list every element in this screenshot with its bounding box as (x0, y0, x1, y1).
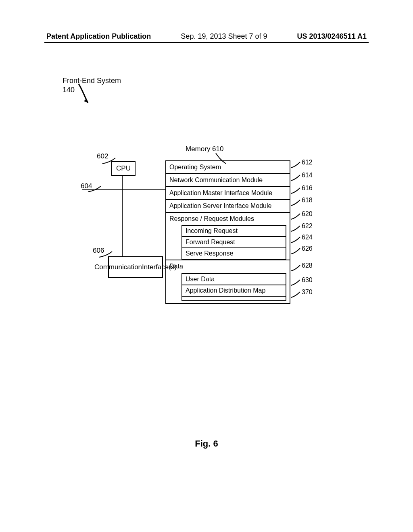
mem-sub-trailing (182, 297, 286, 301)
mem-data-sublist: User Data Application Distribution Map (181, 273, 286, 301)
mem-sub-srv: Serve Response (182, 248, 286, 260)
ref-630: 630 (302, 276, 313, 284)
mem-sub-inc-label: Incoming Request (186, 227, 238, 234)
ref-618-num: 618 (302, 197, 313, 204)
memory-block: Operating System Network Communication M… (165, 160, 290, 304)
mem-ncm-label: Network Communication Module (169, 177, 263, 183)
ref-618: 618 (302, 197, 313, 204)
ref-620: 620 (302, 210, 313, 218)
mem-sub-ud: User Data (182, 274, 286, 285)
mem-sub-adm: Application Distribution Map (182, 285, 286, 297)
mem-asim-label: Application Server Interface Module (169, 202, 271, 209)
ref-616-num: 616 (302, 185, 313, 191)
mem-sub-fwd-label: Forward Request (186, 239, 235, 245)
lead-arrow-icon (77, 81, 97, 109)
mem-row-rrm: Response / Request Modules Incoming Requ… (166, 213, 290, 260)
ref-614-num: 614 (302, 172, 313, 179)
mem-row-amim: Application Master Interface Module (166, 187, 290, 200)
ref-624-num: 624 (302, 234, 313, 241)
mem-row-asim: Application Server Interface Module (166, 200, 290, 213)
header-left: Patent Application Publication (46, 32, 151, 41)
ref-370: 370 (302, 289, 313, 296)
mem-sub-inc: Incoming Request (182, 226, 286, 237)
mem-amim-label: Application Master Interface Module (169, 189, 272, 196)
ref-624: 624 (302, 234, 313, 241)
figure-caption: Fig. 6 (0, 438, 413, 449)
mem-sub-fwd: Forward Request (182, 237, 286, 248)
mem-row-ncm: Network Communication Module (166, 174, 290, 187)
mem-row-data: Data User Data Application Distribution … (166, 260, 290, 303)
ref-626: 626 (302, 245, 313, 252)
ref-622-num: 622 (302, 222, 313, 229)
ref-628-num: 628 (302, 262, 313, 269)
memory-title: Memory 610 (186, 145, 223, 153)
mem-rrm-label: Response / Request Modules (169, 215, 254, 222)
lead-line-icon (87, 185, 103, 193)
mem-os-label: Operating System (169, 164, 221, 170)
page-header: Patent Application Publication Sep. 19, … (46, 32, 367, 41)
cpu-label: CPU (116, 164, 131, 172)
mem-rrm-sublist: Incoming Request Forward Request Serve R… (181, 225, 286, 260)
ref-628: 628 (302, 262, 313, 269)
ref-612-num: 612 (302, 159, 313, 166)
block-diagram: Memory 610 602 CPU 604 606 Communication… (81, 145, 371, 318)
ref-620-num: 620 (302, 210, 313, 217)
mem-data-label: Data (169, 263, 183, 270)
header-mid: Sep. 19, 2013 Sheet 7 of 9 (181, 32, 267, 41)
ref-626-num: 626 (302, 245, 313, 252)
comm-interface-block: Communication Interface(s) (108, 256, 163, 278)
ref-370-num: 370 (302, 289, 313, 295)
header-right: US 2013/0246511 A1 (297, 32, 367, 41)
mem-sub-srv-label: Serve Response (186, 250, 233, 257)
cpu-block: CPU (111, 161, 136, 176)
mem-sub-adm-label: Application Distribution Map (186, 287, 265, 294)
ref-612: 612 (302, 159, 313, 166)
mem-sub-ud-label: User Data (186, 276, 215, 283)
ref-616: 616 (302, 185, 313, 192)
mem-row-os: Operating System (166, 161, 290, 174)
header-rule (44, 42, 369, 43)
ref-622: 622 (302, 222, 313, 230)
ref-614: 614 (302, 172, 313, 179)
ref-630-num: 630 (302, 276, 313, 283)
patent-page: Patent Application Publication Sep. 19, … (0, 0, 413, 532)
comm-label-1: Communication (94, 263, 142, 271)
bus-line (82, 189, 166, 190)
